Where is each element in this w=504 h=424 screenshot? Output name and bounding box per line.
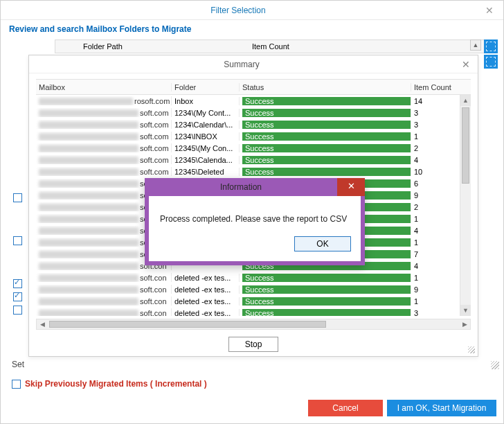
info-title: Information — [145, 182, 337, 192]
cell-status: Success — [240, 309, 411, 317]
cell-folder: 1234\INBOX — [172, 132, 240, 141]
cell-count: 2 — [411, 203, 454, 211]
info-footer: OK — [149, 229, 361, 261]
ok-button[interactable]: OK — [294, 236, 351, 251]
cell-count: 1 — [411, 238, 454, 247]
cell-status: Success — [240, 156, 411, 164]
filter-checkbox-4[interactable] — [13, 306, 22, 315]
skip-label: Skip Previously Migrated Items ( Increme… — [25, 379, 207, 389]
scroll-left-arrow-icon[interactable]: ◀ — [37, 321, 48, 328]
cell-count: 1 — [411, 274, 454, 282]
cell-folder: 12345\Calenda... — [172, 156, 240, 164]
cell-status: Success — [240, 285, 411, 294]
cell-folder: deleted -ex tes... — [172, 274, 240, 282]
information-dialog: Information ✕ Process completed. Please … — [145, 178, 365, 265]
header-status[interactable]: Status — [240, 83, 411, 91]
summary-titlebar: Summary ✕ — [29, 55, 478, 73]
summary-title: Summary — [29, 60, 454, 69]
cell-count: 4 — [411, 262, 454, 270]
cell-count: 3 — [411, 109, 454, 117]
cell-mailbox: soft.com — [36, 108, 172, 117]
close-icon[interactable]: ✕ — [476, 5, 503, 16]
cell-mailbox: soft.com — [36, 155, 172, 164]
table-row[interactable]: soft.com12345\(My Con...Success2 — [36, 142, 460, 154]
summary-close-icon[interactable]: ✕ — [454, 59, 478, 70]
filter-selection-window: Filter Selection ✕ Review and search Mai… — [0, 0, 504, 424]
cell-mailbox: soft.com — [36, 120, 172, 129]
table-row[interactable]: soft.com1234\(My Cont...Success3 — [36, 107, 460, 118]
hscroll-thumb[interactable] — [49, 321, 326, 328]
start-migration-button[interactable]: I am OK, Start Migration — [387, 400, 496, 416]
info-titlebar: Information ✕ — [145, 178, 365, 196]
cell-count: 1 — [411, 132, 454, 141]
cell-status: Success — [240, 121, 411, 129]
resize-grip-icon[interactable] — [491, 361, 499, 369]
summary-resize-grip-icon[interactable] — [468, 346, 475, 353]
cell-count: 1 — [411, 215, 454, 223]
deselect-all-icon[interactable] — [484, 55, 498, 69]
cell-mailbox: rosoft.com — [36, 96, 172, 105]
table-row[interactable]: soft.condeleted -ex tes...Success3 — [36, 307, 460, 316]
cell-count: 7 — [411, 250, 454, 258]
table-row[interactable]: soft.condeleted -ex tes...Success1 — [36, 295, 460, 307]
filter-checkbox-1[interactable] — [13, 236, 22, 245]
scroll-up-icon[interactable]: ▲ — [470, 39, 481, 51]
stop-button[interactable]: Stop — [228, 337, 278, 352]
cell-count: 10 — [411, 168, 454, 176]
cell-folder: 1234\(My Cont... — [172, 109, 240, 117]
cell-status: Success — [240, 109, 411, 117]
table-row[interactable]: soft.com12345\DeletedSuccess10 — [36, 166, 460, 177]
cell-mailbox: soft.com — [36, 132, 172, 141]
col-item-count: Item Count — [252, 42, 492, 51]
filter-checkbox-3[interactable] — [13, 292, 22, 301]
skip-checkbox[interactable] — [12, 380, 21, 389]
window-title: Filter Selection — [1, 6, 476, 15]
cell-mailbox: soft.con — [36, 297, 172, 306]
table-row[interactable]: soft.condeleted -ex tes...Success9 — [36, 283, 460, 295]
folder-table-header: Folder Path Item Count — [55, 39, 492, 53]
table-row[interactable]: soft.com12345\Calenda...Success4 — [36, 154, 460, 166]
cell-count: 4 — [411, 156, 454, 164]
cell-mailbox: soft.con — [36, 273, 172, 282]
cell-count: 6 — [411, 179, 454, 188]
scroll-up-arrow-icon[interactable]: ▲ — [460, 95, 471, 106]
cell-count: 9 — [411, 191, 454, 200]
grid-header: Mailbox Folder Status Item Count — [36, 80, 471, 95]
cell-status: Success — [240, 144, 411, 152]
cell-folder: deleted -ex tes... — [172, 285, 240, 294]
cell-status: Success — [240, 97, 411, 105]
scroll-thumb[interactable] — [462, 107, 469, 184]
filter-checkbox-0[interactable] — [13, 193, 22, 202]
col-folder-path: Folder Path — [55, 42, 252, 51]
cell-folder: 12345\Deleted — [172, 168, 240, 176]
scroll-down-arrow-icon[interactable]: ▼ — [460, 305, 471, 316]
header-mailbox[interactable]: Mailbox — [36, 83, 172, 91]
cell-status: Success — [240, 297, 411, 306]
cancel-button[interactable]: Cancel — [308, 400, 383, 416]
cell-count: 4 — [411, 227, 454, 235]
table-row[interactable]: soft.com1234\INBOXSuccess1 — [36, 130, 460, 142]
table-row[interactable]: soft.condeleted -ex tes...Success1 — [36, 272, 460, 283]
cell-count: 14 — [411, 97, 454, 105]
header-count[interactable]: Item Count — [411, 83, 454, 91]
cell-count: 3 — [411, 309, 454, 317]
cell-count: 1 — [411, 297, 454, 306]
table-row[interactable]: rosoft.comInboxSuccess14 — [36, 95, 460, 107]
titlebar: Filter Selection ✕ — [1, 1, 503, 20]
cell-status: Success — [240, 132, 411, 141]
info-message: Process completed. Please save the repor… — [149, 196, 361, 229]
info-close-icon[interactable]: ✕ — [337, 178, 365, 196]
horizontal-scrollbar[interactable]: ◀ ▶ — [36, 319, 471, 330]
select-all-icon[interactable] — [484, 39, 498, 53]
table-row[interactable]: soft.com1234\Calendar\...Success3 — [36, 118, 460, 130]
header-folder[interactable]: Folder — [172, 83, 240, 91]
cell-count: 3 — [411, 121, 454, 129]
scroll-right-arrow-icon[interactable]: ▶ — [459, 321, 470, 328]
filter-checkbox-2[interactable] — [13, 279, 22, 288]
button-row: Cancel I am OK, Start Migration — [308, 400, 496, 416]
stop-row: Stop — [29, 333, 478, 356]
cell-status: Success — [240, 168, 411, 176]
subtitle: Review and search Mailbox Folders to Mig… — [1, 20, 503, 37]
vertical-scrollbar[interactable]: ▲ ▼ — [460, 95, 471, 316]
set-label: Set — [12, 360, 24, 369]
